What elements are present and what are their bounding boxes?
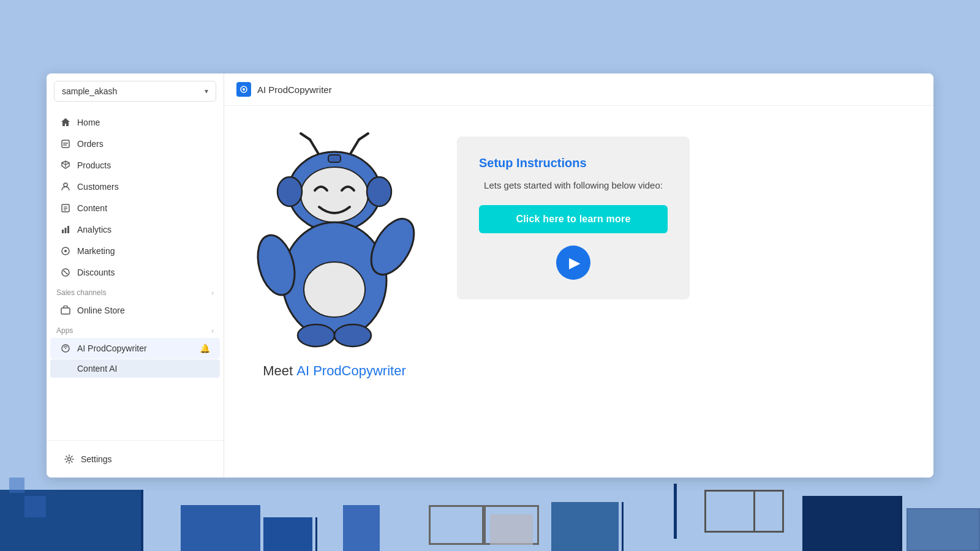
learn-more-button[interactable]: Click here to learn more [479, 205, 668, 233]
sidebar-item-marketing-label: Marketing [77, 246, 115, 256]
svg-line-24 [301, 133, 310, 140]
apps-section-label: Apps › [47, 321, 224, 337]
play-arrow: ▶ [569, 254, 580, 271]
sidebar-item-online-store[interactable]: Online Store [50, 300, 220, 321]
setup-subtitle: Lets gets started with following below v… [479, 180, 668, 190]
sidebar-item-settings[interactable]: Settings [54, 449, 216, 470]
app-header-icon [236, 82, 251, 97]
sales-channels-label: Sales channels › [47, 283, 224, 299]
settings-icon [64, 454, 75, 465]
svg-point-30 [367, 177, 391, 206]
sidebar-item-analytics[interactable]: Analytics [50, 219, 220, 240]
svg-point-22 [243, 88, 245, 91]
sidebar-item-content-ai-label: Content AI [77, 364, 117, 373]
sidebar: sample_akash ▾ Home [47, 73, 224, 478]
svg-point-16 [67, 273, 68, 274]
sidebar-item-discounts[interactable]: Discounts [50, 262, 220, 283]
main-content: AI ProdCopywriter [224, 73, 933, 478]
store-dropdown-arrow: ▾ [205, 87, 208, 96]
sidebar-item-content-label: Content [77, 203, 107, 213]
play-button[interactable]: ▶ [556, 246, 590, 280]
sidebar-item-home-label: Home [77, 118, 100, 127]
svg-point-12 [64, 250, 67, 252]
marketing-icon [60, 246, 71, 257]
svg-rect-2 [63, 144, 67, 146]
discounts-icon [60, 267, 71, 278]
home-icon [60, 117, 71, 128]
sidebar-item-marketing[interactable]: Marketing [50, 241, 220, 261]
sidebar-item-orders[interactable]: Orders [50, 133, 220, 154]
sidebar-item-settings-label: Settings [81, 454, 112, 464]
sidebar-item-ai-prodcopywriter-label: AI ProdCopywriter [77, 343, 147, 353]
sales-channels-arrow: › [211, 289, 214, 296]
nav-section: Home Orders [47, 111, 224, 440]
apps-arrow: › [211, 327, 214, 334]
sidebar-item-customers-label: Customers [77, 182, 119, 192]
setup-card: Setup Instructions Lets gets started wit… [457, 137, 690, 299]
sidebar-item-products-label: Products [77, 160, 111, 170]
svg-line-26 [359, 133, 368, 140]
sidebar-item-customers[interactable]: Customers [50, 176, 220, 197]
online-store-icon [60, 305, 71, 316]
robot-section: Meet AI ProdCopywriter [249, 124, 420, 379]
svg-point-15 [64, 271, 65, 272]
robot-illustration [249, 124, 420, 351]
decorative-bottom [0, 478, 980, 551]
svg-point-33 [304, 262, 365, 317]
svg-point-36 [298, 324, 334, 347]
store-selector[interactable]: sample_akash ▾ [54, 81, 216, 102]
sidebar-item-ai-prodcopywriter[interactable]: AI ProdCopywriter 🔔 [50, 338, 220, 359]
sidebar-item-discounts-label: Discounts [77, 268, 115, 277]
content-icon [60, 203, 71, 214]
sidebar-item-content-ai[interactable]: Content AI [50, 359, 220, 378]
sidebar-item-online-store-label: Online Store [77, 305, 125, 315]
meet-highlight: AI ProdCopywriter [296, 363, 406, 378]
svg-rect-17 [61, 308, 70, 314]
svg-point-29 [277, 177, 302, 206]
sidebar-item-content[interactable]: Content [50, 198, 220, 219]
main-window: sample_akash ▾ Home [47, 73, 933, 478]
svg-point-3 [64, 183, 67, 187]
store-name: sample_akash [62, 86, 117, 96]
svg-point-20 [68, 458, 71, 461]
customers-icon [60, 181, 71, 192]
svg-point-19 [65, 348, 66, 349]
sidebar-footer: Settings [47, 440, 224, 478]
setup-title: Setup Instructions [479, 156, 668, 170]
bell-icon: 🔔 [200, 343, 210, 353]
sidebar-item-products[interactable]: Products [50, 155, 220, 176]
svg-rect-1 [63, 143, 68, 144]
svg-rect-0 [62, 140, 69, 148]
svg-rect-10 [67, 226, 69, 233]
meet-text: Meet AI ProdCopywriter [263, 363, 406, 379]
orders-icon [60, 138, 71, 149]
sidebar-item-home[interactable]: Home [50, 112, 220, 133]
app-header: AI ProdCopywriter [224, 73, 933, 106]
analytics-icon [60, 224, 71, 235]
svg-rect-9 [65, 228, 67, 233]
meet-prefix: Meet [263, 363, 296, 378]
app-header-title: AI ProdCopywriter [257, 84, 332, 95]
products-icon [60, 160, 71, 171]
main-body: Meet AI ProdCopywriter Setup Instruction… [224, 106, 933, 478]
svg-rect-31 [328, 155, 341, 162]
sidebar-item-orders-label: Orders [77, 139, 104, 149]
svg-point-37 [334, 324, 371, 347]
sidebar-item-analytics-label: Analytics [77, 225, 111, 234]
svg-rect-8 [62, 230, 64, 233]
ai-prodcopywriter-icon [60, 343, 71, 354]
